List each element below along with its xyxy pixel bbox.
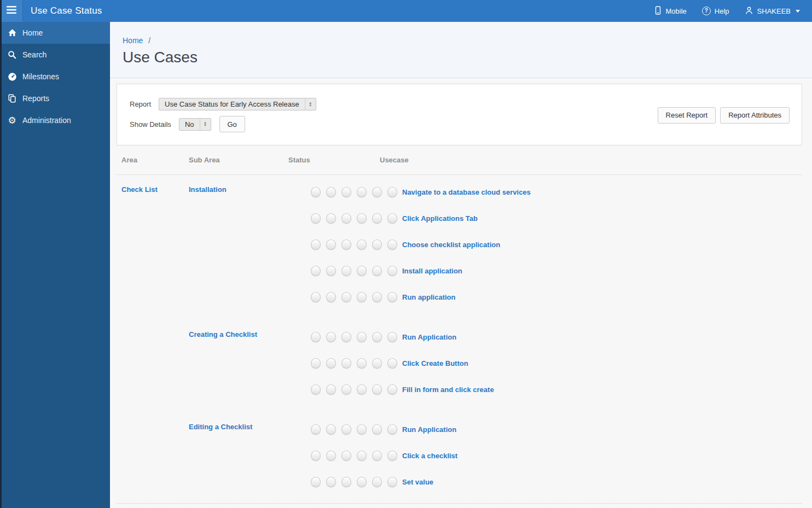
status-circle[interactable] [372,213,382,224]
status-circle[interactable] [357,424,367,435]
status-circle[interactable] [372,477,382,487]
usecase-link[interactable]: Click Create Button [402,359,468,367]
status-circle[interactable] [387,240,397,250]
sidebar-item-milestones[interactable]: Milestones [0,66,110,87]
reset-report-button[interactable]: Reset Report [658,107,716,124]
status-circle[interactable] [372,266,382,276]
show-details-select[interactable]: No ▲▼ [179,118,211,131]
report-panel: Report Use Case Status for Early Access … [117,84,802,145]
sidebar-item-search[interactable]: Search [0,44,110,66]
usecase-link[interactable]: Click Applications Tab [402,214,478,223]
subarea-link[interactable]: Installation [189,185,227,194]
status-circle[interactable] [326,292,336,302]
status-circle[interactable] [326,477,336,487]
status-circle[interactable] [357,292,367,302]
usecase-rows: Navigate to a database cloud servicesCli… [288,179,802,310]
sidebar-item-home[interactable]: Home [0,22,110,44]
status-circle[interactable] [372,240,382,250]
sidebar-item-reports[interactable]: Reports [0,87,110,109]
status-circle[interactable] [326,451,336,461]
status-circle[interactable] [372,424,382,435]
status-circle[interactable] [357,266,367,276]
status-circle[interactable] [387,292,397,302]
status-circle[interactable] [326,240,336,250]
usecase-link[interactable]: Run Application [402,333,456,341]
status-circle[interactable] [326,187,336,197]
mobile-button[interactable]: Mobile [653,6,687,16]
status-circle[interactable] [311,384,321,395]
report-attributes-button[interactable]: Report Attributes [720,107,790,124]
report-select[interactable]: Use Case Status for Early Access Release… [159,98,316,110]
status-circle[interactable] [311,477,321,487]
status-circle[interactable] [357,477,367,487]
status-circle[interactable] [357,451,367,461]
usecase-link[interactable]: Run Application [402,425,456,434]
help-button[interactable]: ? Help [702,7,729,15]
status-circle[interactable] [357,358,367,369]
menu-button[interactable] [0,0,23,22]
status-circle[interactable] [311,292,321,302]
status-circles [311,266,397,276]
status-circle[interactable] [387,384,397,395]
status-circle[interactable] [311,332,321,342]
status-circle[interactable] [372,332,382,342]
status-circle[interactable] [311,213,321,224]
status-circle[interactable] [326,266,336,276]
user-menu[interactable]: SHAKEEB [745,6,800,16]
usecase-link[interactable]: Set value [402,478,433,486]
status-circle[interactable] [311,424,321,435]
status-circle[interactable] [311,187,321,197]
status-circle[interactable] [357,187,367,197]
status-circle[interactable] [372,358,382,369]
usecase-link[interactable]: Navigate to a database cloud services [402,188,531,196]
status-circle[interactable] [387,451,397,461]
status-circle[interactable] [387,477,397,487]
status-circle[interactable] [372,384,382,395]
status-circle[interactable] [387,332,397,342]
status-circle[interactable] [387,213,397,224]
status-circle[interactable] [341,424,351,435]
area-link[interactable]: Check List [121,185,158,194]
status-circle[interactable] [341,451,351,461]
status-circle[interactable] [341,358,351,369]
status-circle[interactable] [357,332,367,342]
status-circle[interactable] [341,213,351,224]
status-circle[interactable] [341,266,351,276]
status-circle[interactable] [326,332,336,342]
status-circle[interactable] [341,332,351,342]
status-circle[interactable] [341,292,351,302]
status-circle[interactable] [326,384,336,395]
usecase-link[interactable]: Fill in form and click create [402,386,494,394]
status-circle[interactable] [326,424,336,435]
subarea-link[interactable]: Editing a Checklist [189,423,252,431]
status-circle[interactable] [357,384,367,395]
breadcrumb-home-link[interactable]: Home [123,36,143,45]
subarea-link[interactable]: Creating a Checklist [189,330,257,338]
usecase-link[interactable]: Install application [402,267,462,275]
status-circle[interactable] [387,266,397,276]
status-circle[interactable] [341,477,351,487]
status-circle[interactable] [372,187,382,197]
status-circle[interactable] [311,240,321,250]
status-circle[interactable] [372,292,382,302]
go-button[interactable]: Go [219,116,245,132]
status-circle[interactable] [341,384,351,395]
status-circle[interactable] [387,358,397,369]
usecase-link[interactable]: Click a checklist [402,452,457,460]
usecase-link[interactable]: Run application [402,293,456,301]
sidebar-item-administration[interactable]: ⚙Administration [0,109,110,131]
status-circle[interactable] [341,187,351,197]
status-circle[interactable] [387,187,397,197]
status-circle[interactable] [326,213,336,224]
status-circle[interactable] [326,358,336,369]
status-circle[interactable] [311,266,321,276]
usecase-link[interactable]: Choose checklist application [402,241,500,249]
status-circle[interactable] [311,451,321,461]
usecase-row: Run Application [288,324,802,350]
status-circle[interactable] [357,240,367,250]
status-circle[interactable] [372,451,382,461]
status-circle[interactable] [311,358,321,369]
status-circle[interactable] [357,213,367,224]
status-circle[interactable] [341,240,351,250]
status-circle[interactable] [387,424,397,435]
